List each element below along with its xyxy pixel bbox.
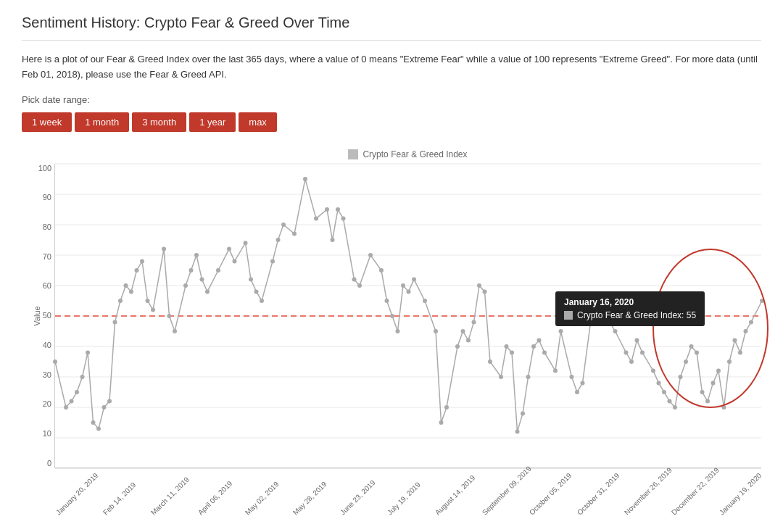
date-btn-1-week[interactable]: 1 week [22, 112, 72, 132]
svg-point-85 [553, 368, 558, 373]
svg-point-91 [597, 307, 601, 312]
svg-point-20 [102, 405, 107, 410]
svg-point-82 [531, 344, 536, 349]
svg-point-47 [281, 223, 286, 227]
chart-svg [55, 164, 761, 467]
svg-point-32 [173, 329, 177, 333]
svg-point-115 [738, 350, 742, 354]
svg-point-86 [559, 329, 563, 333]
svg-point-51 [325, 207, 329, 212]
svg-point-22 [113, 320, 117, 324]
svg-point-89 [581, 381, 585, 385]
legend-swatch [348, 149, 358, 159]
y-label-20: 20 [26, 399, 51, 408]
svg-point-98 [640, 350, 645, 354]
y-label-60: 60 [26, 281, 51, 290]
legend-label: Crypto Fear & Greed Index [362, 149, 467, 159]
svg-point-113 [727, 359, 732, 364]
svg-point-100 [657, 381, 661, 385]
date-btn-1-year[interactable]: 1 year [189, 112, 236, 132]
svg-point-105 [684, 359, 688, 364]
x-label-6: June 23, 2019 [339, 480, 375, 516]
svg-point-44 [260, 299, 264, 303]
svg-point-36 [200, 277, 204, 281]
svg-point-23 [118, 299, 123, 303]
svg-point-112 [722, 405, 726, 410]
svg-point-16 [80, 375, 85, 379]
svg-point-116 [744, 329, 748, 333]
chart-container: Crypto Fear & Greed Index Value 01020304… [22, 149, 761, 526]
svg-point-93 [608, 320, 612, 324]
svg-point-64 [412, 277, 416, 281]
svg-point-90 [592, 299, 596, 303]
svg-point-74 [483, 289, 487, 294]
svg-point-25 [129, 289, 133, 294]
y-label-100: 100 [26, 164, 51, 173]
x-label-10: October 05, 2019 [528, 480, 564, 516]
svg-point-102 [668, 399, 672, 403]
x-label-4: May 02, 2019 [244, 480, 280, 516]
svg-point-97 [635, 338, 639, 342]
x-label-14: January 19, 2020 [718, 480, 754, 516]
svg-point-52 [331, 238, 335, 242]
svg-point-81 [526, 375, 531, 379]
y-label-70: 70 [26, 252, 51, 261]
svg-point-59 [385, 299, 389, 303]
svg-point-70 [461, 329, 465, 333]
svg-point-107 [695, 350, 699, 354]
svg-point-18 [91, 420, 96, 425]
svg-point-114 [733, 338, 737, 342]
svg-point-28 [146, 299, 150, 303]
svg-point-57 [368, 253, 373, 257]
y-label-90: 90 [26, 193, 51, 201]
svg-point-14 [70, 399, 74, 403]
x-label-2: March 11, 2019 [149, 480, 186, 516]
pick-label: Pick date range: [22, 94, 761, 105]
y-label-30: 30 [26, 370, 51, 379]
svg-point-88 [575, 390, 579, 394]
svg-point-92 [602, 314, 607, 318]
y-label-80: 80 [26, 223, 51, 231]
svg-point-42 [249, 277, 253, 281]
svg-point-56 [357, 283, 362, 288]
svg-point-77 [505, 344, 509, 349]
svg-point-12 [53, 359, 57, 364]
svg-point-67 [439, 420, 444, 425]
svg-point-24 [124, 283, 128, 288]
svg-point-72 [472, 320, 476, 324]
svg-point-73 [477, 283, 481, 288]
svg-point-66 [434, 329, 438, 333]
y-label-0: 0 [26, 459, 51, 467]
svg-point-31 [167, 314, 172, 318]
svg-point-54 [341, 216, 346, 220]
chart-legend: Crypto Fear & Greed Index [54, 149, 761, 159]
svg-point-62 [401, 283, 405, 288]
date-btn-max[interactable]: max [239, 112, 277, 132]
svg-point-96 [629, 359, 634, 364]
x-axis-labels: January 20, 2019Feb 14, 2019March 11, 20… [54, 511, 761, 519]
svg-point-99 [651, 368, 655, 373]
svg-point-101 [662, 390, 666, 394]
svg-point-60 [390, 314, 394, 318]
svg-point-84 [542, 350, 547, 354]
svg-point-65 [423, 299, 427, 303]
svg-point-40 [233, 259, 237, 263]
x-label-5: May 28, 2019 [291, 480, 328, 516]
svg-point-110 [711, 381, 716, 385]
svg-point-39 [227, 246, 231, 251]
svg-point-26 [135, 268, 139, 273]
date-btn-1-month[interactable]: 1 month [75, 112, 129, 132]
y-label-10: 10 [26, 429, 51, 438]
svg-point-49 [303, 177, 307, 181]
svg-point-80 [521, 411, 525, 415]
x-label-0: January 20, 2019 [54, 480, 91, 516]
x-label-11: October 31, 2019 [576, 480, 612, 516]
svg-point-94 [613, 329, 618, 333]
svg-point-87 [570, 375, 574, 379]
x-label-13: December 22, 2019 [670, 480, 706, 516]
y-label-40: 40 [26, 341, 51, 349]
svg-point-103 [673, 405, 677, 410]
svg-point-53 [336, 207, 340, 212]
date-btn-3-month[interactable]: 3 month [132, 112, 186, 132]
svg-point-68 [444, 405, 449, 410]
